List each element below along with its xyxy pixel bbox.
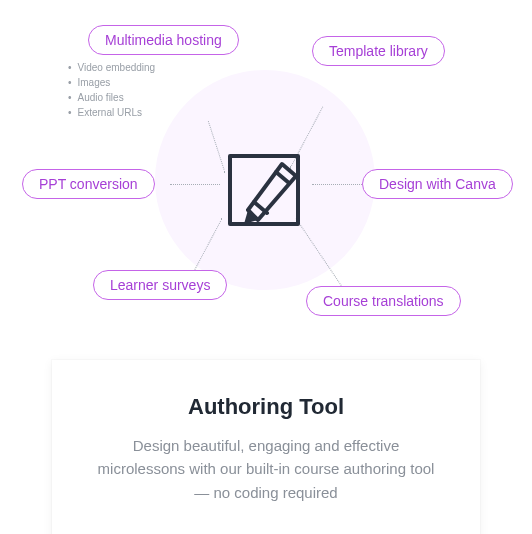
pill-learner-surveys: Learner surveys: [93, 270, 227, 300]
pill-design-canva: Design with Canva: [362, 169, 513, 199]
multimedia-sublist: Video embedding Images Audio files Exter…: [68, 60, 155, 120]
authoring-tool-card: Authoring Tool Design beautiful, engagin…: [52, 360, 480, 534]
svg-line-1: [276, 172, 289, 183]
svg-line-2: [254, 202, 267, 213]
feature-diagram: Multimedia hosting Video embedding Image…: [0, 0, 532, 330]
sublist-item-audio: Audio files: [68, 90, 155, 105]
sublist-item-urls: External URLs: [68, 105, 155, 120]
pill-multimedia-hosting: Multimedia hosting: [88, 25, 239, 55]
connector-line: [312, 184, 362, 185]
card-title: Authoring Tool: [96, 394, 436, 420]
pencil-document-icon: [220, 146, 308, 234]
pill-template-library: Template library: [312, 36, 445, 66]
pill-ppt-conversion: PPT conversion: [22, 169, 155, 199]
card-description: Design beautiful, engaging and effective…: [96, 434, 436, 504]
pill-course-translations: Course translations: [306, 286, 461, 316]
connector-line: [170, 184, 220, 185]
sublist-item-images: Images: [68, 75, 155, 90]
sublist-item-video: Video embedding: [68, 60, 155, 75]
